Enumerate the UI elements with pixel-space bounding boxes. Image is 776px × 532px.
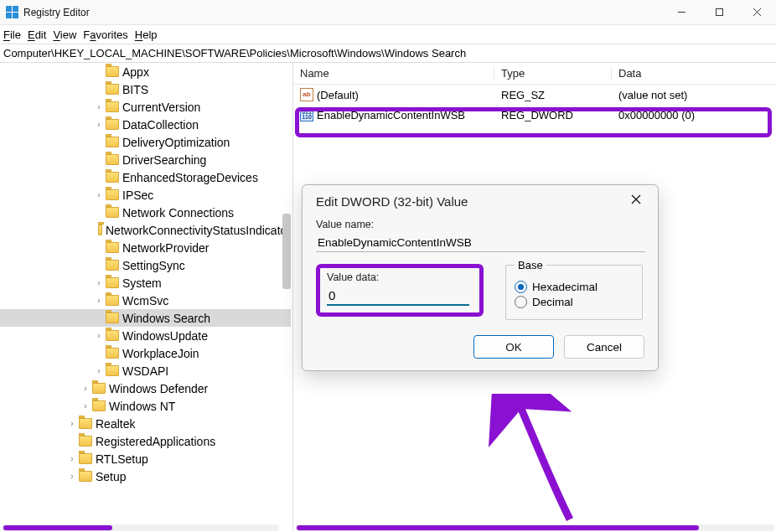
folder-icon — [106, 312, 119, 323]
svg-rect-1 — [717, 9, 723, 16]
radio-icon — [515, 296, 527, 308]
tree-item-label: WindowsUpdate — [122, 329, 208, 343]
list-horizontal-scrollbar[interactable] — [295, 524, 774, 531]
tree-item[interactable]: ›Windows NT — [0, 397, 291, 415]
folder-icon — [106, 119, 119, 130]
tree-item[interactable]: WorkplaceJoin — [0, 344, 291, 362]
tree-item[interactable]: SettingSync — [0, 256, 291, 274]
folder-icon — [106, 189, 119, 200]
tree-item-label: WSDAPI — [122, 364, 168, 378]
menu-favorites[interactable]: Favorites — [83, 28, 127, 41]
tree-item-label: Setup — [96, 470, 127, 483]
tree-vertical-scrollbar[interactable] — [281, 63, 292, 524]
value-name: (Default) — [317, 89, 359, 101]
maximize-icon — [715, 8, 724, 17]
tree-item[interactable]: Network Connections — [0, 204, 291, 221]
window-title: Registry Editor — [23, 7, 663, 18]
scrollbar-thumb[interactable] — [282, 214, 291, 289]
close-icon — [630, 194, 642, 205]
tree-item[interactable]: BITS — [0, 80, 291, 98]
tree-item-label: Network Connections — [122, 206, 234, 220]
scrollbar-thumb[interactable] — [3, 525, 112, 530]
tree-item-label: DriverSearching — [122, 153, 206, 167]
folder-icon — [106, 365, 119, 376]
tree-item[interactable]: ›IPSec — [0, 186, 291, 204]
tree-item[interactable]: NetworkConnectivityStatusIndicator — [0, 221, 291, 239]
maximize-button[interactable] — [701, 0, 738, 25]
tree-item[interactable]: ›Windows Defender — [0, 380, 291, 397]
value-data-label: Value data: — [327, 271, 473, 283]
tree-item[interactable]: ›System — [0, 274, 291, 292]
minimize-button[interactable] — [663, 0, 701, 25]
folder-icon — [98, 225, 102, 235]
ok-button[interactable]: OK — [473, 335, 554, 359]
folder-icon — [106, 260, 119, 271]
folder-icon — [79, 436, 92, 447]
folder-icon — [106, 66, 119, 77]
tree-item[interactable]: NetworkProvider — [0, 239, 291, 256]
folder-icon — [106, 242, 119, 253]
dialog-close-button[interactable] — [628, 194, 644, 209]
tree-item[interactable]: ›WcmSvc — [0, 292, 291, 309]
list-header: Name Type Data — [293, 63, 776, 85]
menu-help[interactable]: Help — [135, 28, 158, 41]
radio-label-hex: Hexadecimal — [532, 281, 598, 293]
tree-item-label: Realtek — [96, 417, 135, 431]
folder-icon — [106, 84, 119, 95]
tree-item[interactable]: ›WSDAPI — [0, 362, 291, 380]
folder-icon — [79, 453, 92, 464]
tree-item[interactable]: EnhancedStorageDevices — [0, 168, 291, 186]
tree-item-label: System — [122, 276, 162, 290]
tree-item[interactable]: ›RTLSetup — [0, 450, 291, 467]
list-row[interactable]: ab(Default)REG_SZ(value not set) — [293, 85, 776, 105]
folder-icon — [106, 137, 119, 147]
column-header-type[interactable]: Type — [494, 67, 612, 80]
tree-item-label: EnhancedStorageDevices — [122, 171, 258, 184]
value-data-input[interactable] — [327, 287, 469, 306]
tree-item-label: WcmSvc — [122, 294, 168, 307]
chevron-icon: › — [94, 366, 104, 375]
tree-item[interactable]: DriverSearching — [0, 151, 291, 168]
annotation-highlight-value-data: Value data: — [316, 264, 484, 317]
value-name: EnableDynamicContentInWSB — [317, 109, 465, 121]
close-button[interactable] — [738, 0, 776, 25]
menu-file[interactable]: File — [3, 28, 21, 41]
folder-icon — [106, 348, 119, 359]
chevron-icon: › — [67, 454, 77, 463]
folder-icon — [106, 154, 119, 165]
tree-item[interactable]: ›Setup — [0, 467, 291, 485]
reg-sz-icon: ab — [300, 88, 313, 101]
list-row[interactable]: 011110EnableDynamicContentInWSBREG_DWORD… — [293, 105, 776, 125]
folder-icon — [106, 172, 119, 183]
tree-container[interactable]: AppxBITS›CurrentVersion›DataCollectionDe… — [0, 63, 291, 524]
tree-item[interactable]: DeliveryOptimization — [0, 133, 291, 151]
cancel-button[interactable]: Cancel — [564, 335, 644, 359]
value-name-field[interactable]: EnableDynamicContentInWSB — [316, 234, 645, 252]
menu-view[interactable]: View — [53, 28, 76, 41]
tree-horizontal-scrollbar[interactable] — [2, 524, 279, 531]
tree-item-label: RegisteredApplications — [96, 435, 215, 448]
chevron-icon: › — [67, 419, 77, 428]
value-type: REG_DWORD — [494, 109, 612, 121]
chevron-icon: › — [94, 190, 104, 199]
tree-item[interactable]: ›WindowsUpdate — [0, 327, 291, 344]
scrollbar-thumb[interactable] — [297, 525, 699, 530]
tree-item[interactable]: ›Realtek — [0, 415, 291, 432]
folder-icon — [106, 277, 119, 288]
column-header-name[interactable]: Name — [293, 67, 494, 80]
tree-item-label: NetworkConnectivityStatusIndicator — [106, 224, 291, 237]
radio-hexadecimal[interactable]: Hexadecimal — [515, 281, 634, 293]
menu-edit[interactable]: Edit — [28, 28, 46, 41]
column-header-data[interactable]: Data — [612, 67, 776, 80]
tree-item[interactable]: Windows Search — [0, 309, 291, 327]
tree-item[interactable]: RegisteredApplications — [0, 432, 291, 450]
tree-item[interactable]: ›DataCollection — [0, 116, 291, 133]
address-bar[interactable]: Computer\HKEY_LOCAL_MACHINE\SOFTWARE\Pol… — [0, 44, 776, 63]
radio-decimal[interactable]: Decimal — [515, 296, 634, 308]
value-data: 0x00000000 (0) — [612, 109, 776, 121]
base-group: Base Hexadecimal Decimal — [505, 259, 643, 320]
folder-icon — [106, 295, 119, 306]
tree-item[interactable]: Appx — [0, 63, 291, 80]
tree-item[interactable]: ›CurrentVersion — [0, 98, 291, 116]
radio-label-dec: Decimal — [532, 296, 573, 308]
